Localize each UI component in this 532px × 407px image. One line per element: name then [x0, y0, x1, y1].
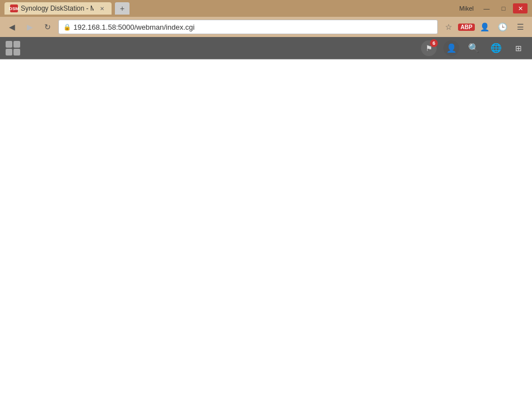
tab-title: Synology DiskStation - Mi	[21, 4, 94, 12]
adblock-button[interactable]: ABP	[459, 20, 474, 34]
logo-square-4	[13, 49, 20, 55]
menu-icon[interactable]: ☰	[513, 20, 528, 34]
forward-button[interactable]: ▶	[22, 20, 37, 34]
tab-favicon: DSM	[10, 4, 18, 12]
address-lock-icon: 🔒	[63, 24, 71, 31]
logo-square-3	[6, 49, 12, 55]
back-button[interactable]: ◀	[4, 20, 19, 34]
notification-icon[interactable]: ⚑ 6	[421, 40, 437, 56]
profile-icon[interactable]: 👤	[477, 20, 492, 34]
notification-badge: 6	[430, 39, 438, 47]
network-icon[interactable]: 🌐	[488, 40, 504, 56]
logo-square-1	[6, 41, 12, 48]
dsm-taskbar: ⚑ 6 👤 🔍 🌐 ⊞	[0, 37, 532, 59]
refresh-button[interactable]: ↻	[40, 20, 55, 34]
maximize-button[interactable]: □	[496, 3, 511, 13]
bookmark-icon[interactable]: ☆	[441, 20, 456, 34]
dsm-logo[interactable]	[6, 41, 20, 55]
browser-chrome: DSM Synology DiskStation - Mi ✕ + Mikel …	[0, 0, 532, 37]
address-bar[interactable]: 🔒 192.168.1.58:5000/webman/index.cgi	[58, 20, 438, 34]
tab-close-button[interactable]: ✕	[98, 4, 106, 12]
address-url: 192.168.1.58:5000/webman/index.cgi	[73, 23, 195, 31]
dsm-interface: ⚑ 6 👤 🔍 🌐 ⊞ Package Center	[0, 37, 532, 59]
new-tab-button[interactable]: +	[115, 2, 129, 15]
logo-square-2	[13, 41, 20, 48]
layout-icon[interactable]: ⊞	[511, 40, 526, 56]
adblock-badge: ABP	[458, 24, 474, 31]
active-tab[interactable]: DSM Synology DiskStation - Mi ✕	[4, 2, 112, 15]
window-controls: Mikel — □ ✕	[459, 3, 528, 13]
history-icon[interactable]: 🕒	[495, 20, 510, 34]
search-icon[interactable]: 🔍	[466, 40, 482, 56]
nav-right-icons: ☆ ABP 👤 🕒 ☰	[441, 20, 528, 34]
title-bar: DSM Synology DiskStation - Mi ✕ + Mikel …	[0, 0, 532, 17]
minimize-button[interactable]: —	[479, 3, 494, 13]
window-user-label: Mikel	[459, 5, 474, 12]
user-menu-icon[interactable]: 👤	[443, 40, 459, 56]
close-button[interactable]: ✕	[513, 3, 528, 13]
nav-bar: ◀ ▶ ↻ 🔒 192.168.1.58:5000/webman/index.c…	[0, 17, 532, 37]
dsm-taskbar-right: ⚑ 6 👤 🔍 🌐 ⊞	[421, 40, 526, 56]
